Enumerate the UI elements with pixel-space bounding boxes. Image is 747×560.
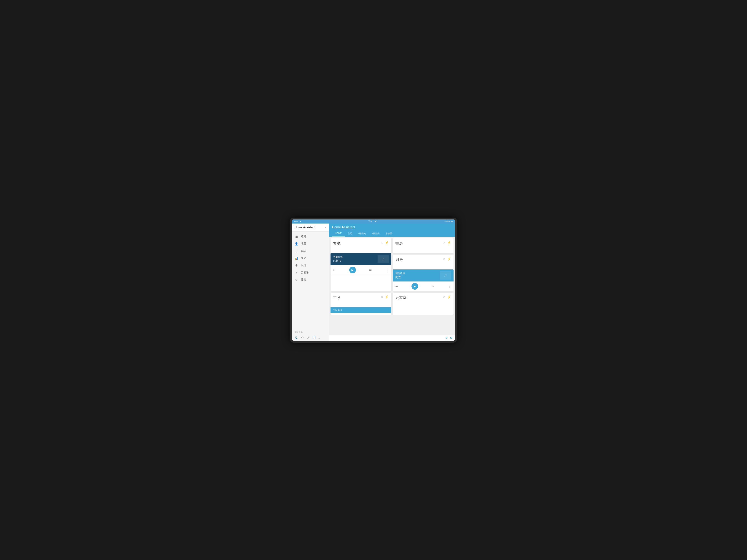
refresh-button[interactable]: ↻ xyxy=(445,336,447,340)
master-bedroom-mic-icon[interactable]: ✕ xyxy=(381,295,383,299)
kitchen-more-button[interactable]: ⋮ xyxy=(447,284,451,288)
dressing-room-header: 更衣室 ✕ ⚡ xyxy=(395,295,451,300)
tab-home[interactable]: HOME xyxy=(332,231,344,237)
sidebar: Home Assistant ‹ ⊞ 總覽 👤 地圖 ☰ 日誌 xyxy=(292,223,329,341)
tab-media[interactable]: 多媒體 xyxy=(383,231,395,237)
sidebar-item-log[interactable]: ☰ 日誌 xyxy=(292,247,329,255)
kitchen-media-status: 閒置 xyxy=(395,275,405,279)
status-right: ✦ 44% ▬ xyxy=(444,220,453,222)
sidebar-item-map[interactable]: 👤 地圖 xyxy=(292,240,329,247)
living-room-prev-icon[interactable]: ⏮ xyxy=(333,268,336,271)
sidebar-label-music: 云音乐 xyxy=(301,271,309,274)
living-room-icons: ✕ ⚡ xyxy=(381,241,389,244)
sidebar-chevron[interactable]: ‹ xyxy=(325,226,326,229)
living-room-media-info: 客廳串流 已暫停 ♬ xyxy=(331,253,391,265)
sidebar-item-logout[interactable]: ⎋ 登出 xyxy=(292,276,329,283)
living-room-mic-icon[interactable]: ✕ xyxy=(381,241,383,244)
settings-button[interactable]: ⚙ xyxy=(450,336,453,340)
status-time: 下午11:47 xyxy=(368,220,378,223)
dressing-room-icons: ✕ ⚡ xyxy=(443,295,451,299)
kitchen-play-button[interactable]: ▶ xyxy=(411,283,418,290)
sidebar-label-history: 歷史 xyxy=(301,257,306,260)
status-left: iPad ▲ xyxy=(294,220,302,222)
living-room-media-text: 客廳串流 已暫停 xyxy=(333,256,343,263)
living-room-title: 客廳 xyxy=(333,241,340,246)
sidebar-title: Home Assistant xyxy=(294,226,315,229)
living-room-media-status: 已暫停 xyxy=(333,259,343,263)
dressing-room-title: 更衣室 xyxy=(395,295,407,300)
sidebar-devtools-label: 開發工具 xyxy=(292,329,329,334)
kitchen-title: 廚房 xyxy=(395,257,403,262)
sidebar-item-history[interactable]: 📊 歷史 xyxy=(292,255,329,262)
logout-icon: ⎋ xyxy=(294,278,298,281)
master-bedroom-card: 主臥 ✕ ⚡ 主臥串流 xyxy=(331,293,391,315)
master-bedroom-media-preview: 主臥串流 xyxy=(331,308,391,313)
kitchen-album-art: ♬ xyxy=(440,271,451,279)
living-room-card: 客廳 ✕ ⚡ 客廳串流 xyxy=(331,238,391,291)
gear-icon: ⚙ xyxy=(294,264,298,267)
battery-text: 44% xyxy=(446,220,450,222)
study-card: 書房 ✕ ⚡ xyxy=(393,238,454,253)
main-layout: Home Assistant ‹ ⊞ 總覽 👤 地圖 ☰ 日誌 xyxy=(292,223,455,341)
kitchen-music-note-icon: ♬ xyxy=(444,273,447,278)
living-room-media-card: 客廳串流 已暫停 ♬ ⏮ ▶ xyxy=(331,253,391,275)
content-area: Home Assistant HOME 空間 1樓燈光 2樓燈光 多媒體 xyxy=(329,223,455,341)
living-room-more-button[interactable]: ⋮ xyxy=(385,268,389,272)
tabs: HOME 空間 1樓燈光 2樓燈光 多媒體 xyxy=(332,231,452,237)
music-icon: ♪ xyxy=(294,271,298,274)
living-room-flash-icon[interactable]: ⚡ xyxy=(385,241,389,244)
study-title: 書房 xyxy=(395,241,403,246)
sidebar-header: Home Assistant ‹ xyxy=(292,223,329,232)
content-title: Home Assistant xyxy=(332,225,452,229)
living-room-room: 客廳 ✕ ⚡ xyxy=(331,238,391,253)
living-room-header: 客廳 ✕ ⚡ xyxy=(333,241,389,246)
sidebar-item-overview[interactable]: ⊞ 總覽 xyxy=(292,233,329,240)
master-bedroom-header: 主臥 ✕ ⚡ xyxy=(333,295,389,300)
devtool-doc-icon[interactable]: 📄 xyxy=(312,336,316,339)
list-icon: ☰ xyxy=(294,249,298,253)
grid-icon: ⊞ xyxy=(294,235,298,238)
tab-space[interactable]: 空間 xyxy=(344,231,355,237)
devtool-code-icon[interactable]: <> xyxy=(301,336,304,339)
kitchen-card: 廚房 ✕ ⚡ xyxy=(393,255,454,291)
kitchen-next-icon[interactable]: ⏭ xyxy=(432,285,434,288)
chart-icon: 📊 xyxy=(294,257,298,260)
master-bedroom-title: 主臥 xyxy=(333,295,340,300)
living-room-next-icon[interactable]: ⏭ xyxy=(369,268,372,271)
ipad-label: iPad xyxy=(294,220,298,222)
study-icons: ✕ ⚡ xyxy=(443,241,451,244)
devtool-info-icon[interactable]: ℹ xyxy=(318,336,319,339)
study-mic-icon[interactable]: ✕ xyxy=(443,241,445,244)
sidebar-label-settings: 設定 xyxy=(301,264,306,267)
master-bedroom-media-name: 主臥串流 xyxy=(333,309,389,312)
kitchen-flash-icon[interactable]: ⚡ xyxy=(447,257,451,261)
kitchen-room: 廚房 ✕ ⚡ xyxy=(393,255,454,269)
sidebar-item-music[interactable]: ♪ 云音乐 xyxy=(292,269,329,276)
tab-floor1[interactable]: 1樓燈光 xyxy=(355,231,369,237)
devtool-wifi-icon[interactable]: 📡 xyxy=(294,336,298,339)
sidebar-nav: ⊞ 總覽 👤 地圖 ☰ 日誌 📊 歷史 xyxy=(292,232,329,329)
dressing-room-mic-icon[interactable]: ✕ xyxy=(443,295,445,299)
sidebar-label-log: 日誌 xyxy=(301,249,306,252)
living-room-album-art: ♬ xyxy=(378,255,389,263)
sidebar-label-map: 地圖 xyxy=(301,242,306,245)
dressing-room-flash-icon[interactable]: ⚡ xyxy=(447,295,451,299)
kitchen-prev-icon[interactable]: ⏮ xyxy=(395,285,398,288)
battery-icon: ▬ xyxy=(451,220,453,222)
bottom-bar: ↻ ⚙ xyxy=(329,335,455,341)
master-bedroom-icons: ✕ ⚡ xyxy=(381,295,389,299)
sidebar-item-settings[interactable]: ⚙ 設定 xyxy=(292,262,329,269)
living-room-play-button[interactable]: ▶ xyxy=(349,267,356,273)
master-bedroom-room: 主臥 ✕ ⚡ xyxy=(331,293,391,308)
kitchen-mic-icon[interactable]: ✕ xyxy=(443,257,445,261)
dressing-room-card: 更衣室 ✕ ⚡ xyxy=(393,293,454,315)
ipad-frame: iPad ▲ 下午11:47 ✦ 44% ▬ Home Assistant ‹ xyxy=(290,218,457,343)
sidebar-label-overview: 總覽 xyxy=(301,235,306,238)
study-flash-icon[interactable]: ⚡ xyxy=(447,241,451,244)
bluetooth-icon: ✦ xyxy=(444,220,446,222)
tab-floor2[interactable]: 2樓燈光 xyxy=(369,231,383,237)
kitchen-icons: ✕ ⚡ xyxy=(443,257,451,261)
devtool-discovery-icon[interactable]: ◎ xyxy=(307,336,310,339)
master-bedroom-flash-icon[interactable]: ⚡ xyxy=(385,295,389,299)
sidebar-label-logout: 登出 xyxy=(301,278,306,281)
